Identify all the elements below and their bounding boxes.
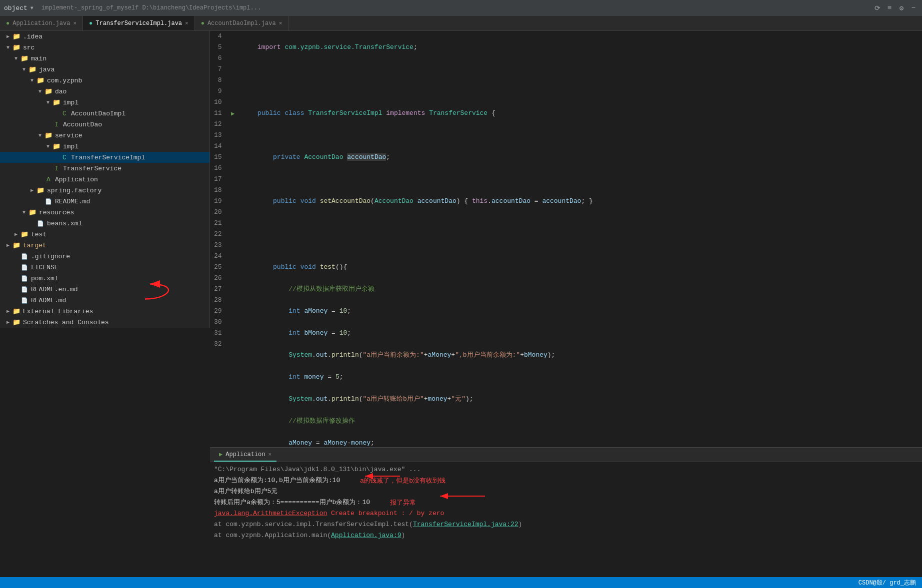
sync-icon[interactable]: ⟳ <box>873 3 882 12</box>
tab-application[interactable]: ● Application.java × <box>0 16 83 30</box>
tab-application-icon: ● <box>6 20 10 27</box>
tree-item-dao[interactable]: ▼ 📁 dao <box>0 86 210 97</box>
menu-icon[interactable]: ≡ <box>885 3 894 12</box>
bottom-bar: CSDN@殷/ grd_志鹏 <box>0 577 922 588</box>
minimize-icon[interactable]: − <box>909 3 918 12</box>
title-bar-left: object ▼ <box>4 4 34 12</box>
main-label: main <box>31 55 46 62</box>
tree-item-transferserviceimpl[interactable]: ▶ C TransferServiceImpl <box>0 152 210 163</box>
terminal-tab-bar: ▶ Application × <box>210 448 922 462</box>
tree-item-readme2[interactable]: ▶ 📄 README.md <box>0 295 210 306</box>
comyzpnb-label: com.yzpnb <box>47 77 82 84</box>
tree-item-main[interactable]: ▼ 📁 main <box>0 53 210 64</box>
tree-item-target[interactable]: ▶ 📁 target <box>0 240 210 251</box>
service-label: service <box>55 132 82 139</box>
license-label: LICENSE <box>31 264 58 271</box>
java-arrow: ▼ <box>20 67 28 72</box>
tab-transferserviceimpl[interactable]: ● TransferServiceImpl.java × <box>83 16 195 30</box>
tree-item-external[interactable]: ▶ 📁 External Libraries <box>0 306 210 317</box>
dropdown-arrow[interactable]: ▼ <box>30 5 34 11</box>
pom-icon: 📄 <box>20 274 29 283</box>
tab-transferserviceimpl-close[interactable]: × <box>185 20 188 26</box>
transferservice-label: TransferService <box>63 165 122 172</box>
tab-accountdaoimpl-close[interactable]: × <box>279 20 282 26</box>
tree-item-accountdao[interactable]: ▶ I AccountDao <box>0 119 210 130</box>
test-arrow: ▶ <box>12 231 20 237</box>
java-folder-icon: 📁 <box>28 65 37 74</box>
target-folder-icon: 📁 <box>12 241 21 250</box>
code-line-18: System.out.println("a用户当前余额为:"+aMoney+",… <box>242 350 918 361</box>
src-folder-icon: 📁 <box>12 43 21 52</box>
external-arrow: ▶ <box>4 308 12 314</box>
code-line-22: aMoney = aMoney-money; <box>242 438 918 447</box>
tree-item-impl-dao[interactable]: ▼ 📁 impl <box>0 97 210 108</box>
tree-item-license[interactable]: ▶ 📄 LICENSE <box>0 262 210 273</box>
gutter-icons: ▶ <box>228 31 238 447</box>
scratches-label: Scratches and Consoles <box>23 319 109 326</box>
dao-arrow: ▼ <box>36 89 44 94</box>
settings-icon[interactable]: ⚙ <box>897 3 906 12</box>
external-label: External Libraries <box>23 308 93 315</box>
tree-item-pom[interactable]: ▶ 📄 pom.xml <box>0 273 210 284</box>
tree-item-application[interactable]: ▶ A Application <box>0 174 210 185</box>
tree-item-test[interactable]: ▶ 📁 test <box>0 229 210 240</box>
comyzpnb-folder-icon: 📁 <box>36 76 45 85</box>
spring-factory-label: spring.factory <box>47 187 102 194</box>
tab-accountdaoimpl[interactable]: ● AccountDaoImpl.java × <box>195 16 289 30</box>
terminal-content[interactable]: "C:\Program Files\Java\jdk1.8.0_131\bin\… <box>210 462 922 577</box>
scratches-arrow: ▶ <box>4 319 12 325</box>
application-icon: A <box>44 175 53 184</box>
accountdao-icon: I <box>52 120 61 129</box>
code-editor[interactable]: 4 5 6 7 8 9 10 11 12 13 14 15 16 17 18 1… <box>210 31 922 447</box>
tree-item-java[interactable]: ▼ 📁 java <box>0 64 210 75</box>
code-line-4: import com.yzpnb.service.TransferService… <box>242 42 918 53</box>
project-label[interactable]: object <box>4 4 28 12</box>
terminal-tab-icon: ▶ <box>219 451 222 458</box>
code-line-6 <box>242 86 918 97</box>
terminal-line-out1: a用户当前余额为:10,b用户当前余额为:10 <box>214 475 340 486</box>
tree-item-scratches[interactable]: ▶ 📁 Scratches and Consoles <box>0 317 210 328</box>
tree-item-idea[interactable]: ▶ 📁 .idea <box>0 31 210 42</box>
code-line-10 <box>242 174 918 185</box>
code-line-12 <box>242 218 918 229</box>
err3-link[interactable]: Application.java:9 <box>331 532 401 539</box>
tab-transferserviceimpl-label: TransferServiceImpl.java <box>96 20 182 27</box>
tab-accountdaoimpl-label: AccountDaoImpl.java <box>208 20 276 27</box>
code-line-20: System.out.println("a用户转账给b用户"+money+"元"… <box>242 394 918 405</box>
tab-bar: ● Application.java × ● TransferServiceIm… <box>0 16 922 31</box>
resources-arrow: ▼ <box>20 210 28 215</box>
code-line-5 <box>242 64 918 75</box>
tree-item-service[interactable]: ▼ 📁 service <box>0 130 210 141</box>
tab-application-label: Application.java <box>12 20 70 27</box>
terminal-tab-close[interactable]: × <box>268 452 272 458</box>
tab-application-close[interactable]: × <box>73 20 76 26</box>
impl-service-arrow: ▼ <box>44 144 52 149</box>
err1-text[interactable]: java.lang.ArithmeticException <box>214 510 327 517</box>
service-folder-icon: 📁 <box>44 131 53 140</box>
terminal-line-err1: java.lang.ArithmeticException Create bre… <box>214 508 918 519</box>
err1-suffix: Create breakpoint : / by zero <box>331 510 444 517</box>
code-line-9: private AccountDao accountDao; <box>242 152 918 163</box>
tree-item-readme[interactable]: ▶ 📄 README.md <box>0 196 210 207</box>
code-line-15: //模拟从数据库获取用户余额 <box>242 284 918 295</box>
dao-folder-icon: 📁 <box>44 87 53 96</box>
tree-item-readme-en[interactable]: ▶ 📄 README.en.md <box>0 284 210 295</box>
terminal-tab-application[interactable]: ▶ Application × <box>214 448 276 462</box>
tree-item-beans-xml[interactable]: ▶ 📄 beans.xml <box>0 218 210 229</box>
tree-item-resources[interactable]: ▼ 📁 resources <box>0 207 210 218</box>
tree-item-accountdaoimpl[interactable]: ▶ C AccountDaoImpl <box>0 108 210 119</box>
tree-item-impl-service[interactable]: ▼ 📁 impl <box>0 141 210 152</box>
tree-item-spring-factory[interactable]: ▶ 📁 spring.factory <box>0 185 210 196</box>
test-folder-icon: 📁 <box>20 230 29 239</box>
tree-item-gitignore[interactable]: ▶ 📄 .gitignore <box>0 251 210 262</box>
tree-item-transferservice[interactable]: ▶ I TransferService <box>0 163 210 174</box>
tree-item-comyzpnb[interactable]: ▼ 📁 com.yzpnb <box>0 75 210 86</box>
code-content: import com.yzpnb.service.TransferService… <box>238 31 922 447</box>
accountdao-label: AccountDao <box>63 121 102 128</box>
comyzpnb-arrow: ▼ <box>28 78 36 83</box>
terminal-tab-label: Application <box>226 451 265 458</box>
tree-item-src[interactable]: ▼ 📁 src <box>0 42 210 53</box>
dao-label: dao <box>55 88 66 95</box>
err2-link[interactable]: TransferServiceImpl.java:22 <box>413 521 518 528</box>
terminal-line-err2: at com.yzpnb.service.impl.TransferServic… <box>214 519 918 530</box>
